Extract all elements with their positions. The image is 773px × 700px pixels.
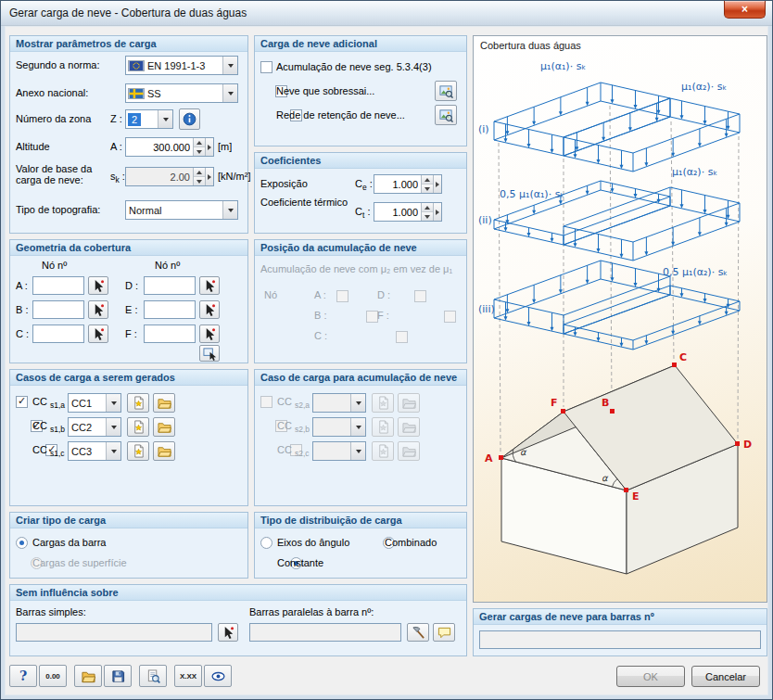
floppy-disk-icon bbox=[111, 669, 125, 683]
pick-node-b-button[interactable] bbox=[88, 300, 108, 319]
thermal-input[interactable] bbox=[374, 203, 421, 221]
spinner-up-down[interactable] bbox=[421, 203, 433, 221]
accum-node-a-checkbox[interactable] bbox=[336, 290, 348, 302]
help-button[interactable]: ? bbox=[9, 665, 37, 687]
annex-select[interactable]: SS bbox=[125, 83, 238, 103]
pick-node-c-button[interactable] bbox=[88, 325, 108, 343]
save-button[interactable] bbox=[104, 665, 132, 687]
bar-loads-label[interactable]: Cargas da barra bbox=[32, 537, 107, 548]
altitude-input[interactable] bbox=[126, 138, 193, 156]
snow-fence-label[interactable]: Rede de retenção de neve... bbox=[276, 109, 405, 121]
single-bars-input[interactable] bbox=[16, 623, 212, 642]
pick-all-nodes-button[interactable] bbox=[199, 345, 220, 362]
dropdown-arrow-icon[interactable] bbox=[222, 201, 237, 219]
new-loadcase-button[interactable] bbox=[127, 417, 149, 437]
open-button[interactable] bbox=[74, 665, 102, 687]
dropdown-arrow-icon[interactable] bbox=[106, 442, 120, 460]
topology-select[interactable]: Normal bbox=[125, 200, 238, 220]
zone-select[interactable]: 2 bbox=[125, 109, 173, 129]
accum-node-c-checkbox[interactable] bbox=[396, 331, 408, 343]
lc-s1a-checkbox[interactable] bbox=[16, 396, 28, 408]
edit-loadcase-button[interactable] bbox=[153, 393, 175, 413]
new-loadcase-button[interactable] bbox=[127, 393, 149, 413]
edit-loadcase-button[interactable] bbox=[153, 441, 175, 461]
angle-axes-radio[interactable] bbox=[260, 537, 272, 549]
lc-s1b-label[interactable]: CC s1,b bbox=[32, 420, 65, 434]
zone-value: 2 bbox=[128, 113, 141, 126]
dropdown-arrow-icon[interactable] bbox=[222, 57, 237, 74]
parallel-bars-label: Barras paralelas à barra nº: bbox=[249, 606, 374, 617]
new-loadcase-button[interactable] bbox=[127, 441, 149, 461]
lc-s1b-select[interactable]: CC2 bbox=[68, 417, 121, 437]
section-header: Tipo de distribuição de carga bbox=[255, 513, 466, 528]
titlebar[interactable]: Gerar carga de neve - Cobertura de duas … bbox=[1, 1, 772, 26]
constant-label[interactable]: Constante bbox=[277, 557, 323, 568]
ok-button[interactable]: OK bbox=[616, 666, 685, 687]
overhang-label[interactable]: Neve que sobressai... bbox=[276, 85, 374, 96]
svg-text:μ₁(α₁)· sₖ: μ₁(α₁)· sₖ bbox=[540, 60, 586, 72]
dropdown-arrow-icon[interactable] bbox=[106, 418, 120, 436]
accum-node-f-checkbox[interactable] bbox=[444, 311, 456, 323]
angle-axes-label[interactable]: Eixos do ângulo bbox=[277, 537, 349, 548]
preview-report-button[interactable] bbox=[139, 665, 167, 687]
node-f-input[interactable] bbox=[144, 325, 196, 343]
dropdown-arrow-icon[interactable] bbox=[222, 84, 237, 102]
lc-s1a-select[interactable]: CC1 bbox=[68, 393, 121, 413]
spinner-up-down[interactable] bbox=[421, 175, 433, 193]
section-header: Posição da acumulação de neve bbox=[255, 240, 466, 256]
base-value-input[interactable] bbox=[126, 168, 193, 185]
zone-info-button[interactable] bbox=[179, 108, 200, 130]
generate-bars-input[interactable] bbox=[479, 630, 761, 649]
dropdown-arrow-icon bbox=[350, 394, 365, 412]
spinner-detail-button[interactable] bbox=[433, 203, 441, 221]
section-coefficients: Coeficientes Exposição Ce : Coeficiente … bbox=[254, 152, 467, 234]
dialog-client-area: Mostrar parâmetros de carga Segundo a no… bbox=[5, 26, 768, 695]
lc-s1c-select[interactable]: CC3 bbox=[68, 441, 121, 461]
accumulation-label[interactable]: Acumulação de neve seg. 5.3.4(3) bbox=[276, 61, 432, 72]
edit-loadcase-button bbox=[398, 417, 420, 437]
combined-label[interactable]: Combinado bbox=[385, 537, 437, 548]
accumulation-checkbox[interactable] bbox=[260, 61, 272, 73]
pick-single-bars-button[interactable] bbox=[218, 623, 238, 642]
annex-label: Anexo nacional: bbox=[16, 87, 88, 98]
pick-node-d-button[interactable] bbox=[199, 276, 220, 295]
node-c-input[interactable] bbox=[32, 325, 84, 343]
spinner-detail-button[interactable] bbox=[433, 175, 441, 193]
bar-loads-radio[interactable] bbox=[16, 537, 28, 549]
pick-parallel-bars-button[interactable] bbox=[407, 623, 429, 642]
close-button[interactable]: × bbox=[724, 1, 766, 19]
display-properties-button[interactable] bbox=[204, 665, 232, 687]
parallel-bars-input[interactable] bbox=[249, 623, 401, 642]
lc-s1c-label[interactable]: CC s1,c bbox=[32, 444, 65, 458]
decimal-places-button[interactable]: X.XX bbox=[174, 665, 202, 687]
pick-node-a-button[interactable] bbox=[88, 276, 108, 295]
new-loadcase-icon bbox=[376, 396, 390, 410]
dropdown-arrow-icon bbox=[350, 442, 365, 460]
exposure-input[interactable] bbox=[374, 175, 421, 193]
lc-s1a-label[interactable]: CC s1,a bbox=[32, 396, 65, 410]
pick-node-e-button[interactable] bbox=[199, 300, 220, 319]
edit-loadcase-button bbox=[398, 441, 420, 461]
cancel-button[interactable]: Cancelar bbox=[691, 666, 760, 687]
overhang-image-button[interactable] bbox=[435, 81, 457, 101]
dropdown-arrow-icon[interactable] bbox=[158, 110, 172, 128]
node-e-input[interactable] bbox=[144, 300, 196, 319]
lc-s2a-checkbox[interactable] bbox=[260, 396, 272, 408]
edit-loadcase-button[interactable] bbox=[153, 417, 175, 437]
node-a-input[interactable] bbox=[32, 276, 84, 295]
snow-fence-image-button[interactable] bbox=[435, 105, 457, 125]
node-d-input[interactable] bbox=[144, 276, 196, 295]
folder-icon bbox=[82, 669, 95, 683]
node-f-label: F : bbox=[125, 328, 137, 339]
spinner-up-down[interactable] bbox=[193, 138, 205, 156]
comment-button[interactable] bbox=[433, 623, 455, 642]
spinner-detail-button[interactable] bbox=[205, 138, 213, 156]
dropdown-arrow-icon[interactable] bbox=[106, 394, 120, 412]
pick-node-f-button[interactable] bbox=[199, 325, 220, 343]
section-additional-snow-load: Carga de neve adicional Acumulação de ne… bbox=[254, 35, 467, 146]
norm-select[interactable]: EN 1991-1-3 bbox=[125, 56, 238, 75]
units-button[interactable]: 0.00 bbox=[39, 665, 67, 687]
node-b-input[interactable] bbox=[32, 300, 84, 319]
exposure-spinner bbox=[374, 174, 442, 194]
accum-node-d-checkbox[interactable] bbox=[414, 290, 426, 302]
